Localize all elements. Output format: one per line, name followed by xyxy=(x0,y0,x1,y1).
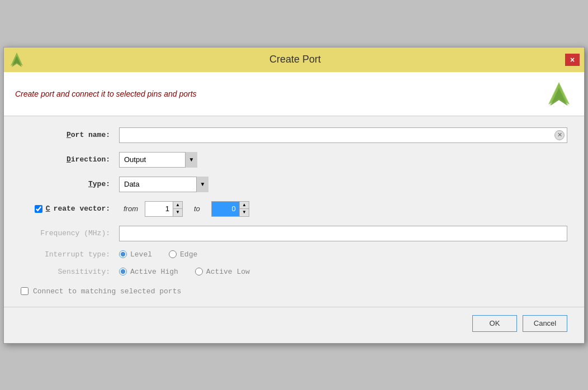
from-spin-down[interactable]: ▼ xyxy=(173,209,182,216)
button-row: OK Cancel xyxy=(4,307,584,343)
svg-marker-4 xyxy=(549,83,568,106)
clear-button[interactable]: ✕ xyxy=(554,130,565,140)
create-port-dialog: Create Port × Create port and connect it… xyxy=(3,47,585,344)
interrupt-radio-group: Level Edge xyxy=(119,250,197,259)
interrupt-edge-label: Edge xyxy=(180,250,197,259)
direction-select-wrapper: Input Output Inout ▼ xyxy=(119,152,197,168)
title-bar: Create Port × xyxy=(4,47,584,72)
description-bar: Create port and connect it to selected p… xyxy=(4,72,584,116)
sensitivity-row: Sensitivity: Active High Active Low xyxy=(21,268,567,276)
vector-label-col: Create vector: xyxy=(21,204,110,213)
interrupt-edge-option[interactable]: Edge xyxy=(169,250,197,259)
interrupt-row: Interrupt type: Level Edge xyxy=(21,250,567,259)
from-spinbox: ▲ ▼ xyxy=(145,201,183,217)
connect-row: Connect to matching selected ports xyxy=(21,287,567,296)
to-spin-down[interactable]: ▼ xyxy=(240,209,249,216)
connect-label[interactable]: Connect to matching selected ports xyxy=(33,287,181,296)
port-name-row: Port name: ADDRESS ✕ xyxy=(21,127,567,143)
cancel-button[interactable]: Cancel xyxy=(523,315,567,332)
port-name-label: Port name: xyxy=(21,131,110,139)
to-spin-buttons: ▲ ▼ xyxy=(239,201,249,217)
direction-row: Direction: Input Output Inout ▼ xyxy=(21,152,567,168)
interrupt-level-option[interactable]: Level xyxy=(119,250,152,259)
sensitivity-high-radio[interactable] xyxy=(119,268,127,275)
type-label: Type: xyxy=(21,180,110,188)
port-name-input[interactable]: ADDRESS xyxy=(122,131,551,139)
to-value-input[interactable] xyxy=(211,201,239,217)
vector-checkbox-label[interactable]: Create vector: xyxy=(21,204,110,213)
sensitivity-low-radio[interactable] xyxy=(195,268,203,275)
interrupt-level-radio[interactable] xyxy=(119,250,127,258)
type-row: Type: Data Clock Reset Enable Other ▼ xyxy=(21,177,567,192)
to-spin-up[interactable]: ▲ xyxy=(240,202,249,209)
interrupt-label: Interrupt type: xyxy=(21,250,110,259)
close-button[interactable]: × xyxy=(565,54,580,66)
sensitivity-high-label: Active High xyxy=(130,268,178,276)
sensitivity-label: Sensitivity: xyxy=(21,268,110,276)
description-text: Create port and connect it to selected p… xyxy=(15,89,197,98)
to-spinbox: ▲ ▼ xyxy=(211,201,249,217)
vector-row: Create vector: from ▲ ▼ to ▲ ▼ xyxy=(21,201,567,217)
from-spin-up[interactable]: ▲ xyxy=(173,202,182,209)
sensitivity-low-label: Active Low xyxy=(206,268,250,276)
from-value-input[interactable] xyxy=(145,201,173,217)
type-select[interactable]: Data Clock Reset Enable Other xyxy=(119,177,208,192)
sensitivity-high-option[interactable]: Active High xyxy=(119,268,178,276)
frequency-input[interactable] xyxy=(119,226,567,241)
frequency-label: Frequency (MHz): xyxy=(21,229,110,237)
form-content: Port name: ADDRESS ✕ Direction: Input Ou… xyxy=(4,116,584,307)
port-name-field[interactable]: ADDRESS ✕ xyxy=(119,127,567,143)
from-label: from xyxy=(124,204,138,213)
to-label: to xyxy=(194,204,200,213)
vector-controls: from ▲ ▼ to ▲ ▼ xyxy=(119,201,249,217)
app-logo xyxy=(8,51,25,68)
ok-button[interactable]: OK xyxy=(472,315,517,332)
interrupt-edge-radio[interactable] xyxy=(169,250,177,258)
dialog-title: Create Port xyxy=(25,54,565,65)
frequency-row: Frequency (MHz): xyxy=(21,226,567,241)
description-logo xyxy=(545,80,573,108)
direction-label: Direction: xyxy=(21,155,110,164)
interrupt-level-label: Level xyxy=(130,250,152,259)
sensitivity-radio-group: Active High Active Low xyxy=(119,268,250,276)
create-vector-checkbox[interactable] xyxy=(35,205,42,213)
direction-select[interactable]: Input Output Inout xyxy=(119,152,197,168)
sensitivity-low-option[interactable]: Active Low xyxy=(195,268,250,276)
connect-checkbox[interactable] xyxy=(21,287,29,295)
type-select-wrapper: Data Clock Reset Enable Other ▼ xyxy=(119,177,208,192)
from-spin-buttons: ▲ ▼ xyxy=(173,201,183,217)
